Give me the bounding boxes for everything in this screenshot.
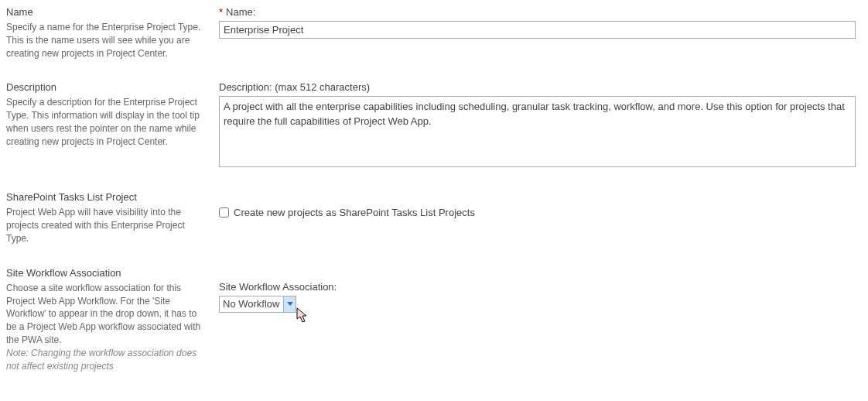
section-sptasks-help: Project Web App will have visibility int… [6,206,203,245]
section-name-left: Name Specify a name for the Enterprise P… [6,6,219,60]
section-description-title: Description [6,81,203,93]
section-name: Name Specify a name for the Enterprise P… [6,6,862,60]
section-sptasks-left: SharePoint Tasks List Project Project We… [6,191,219,245]
workflow-select-wrap: No Workflow [219,296,296,313]
section-description-help: Specify a description for the Enterprise… [6,96,203,148]
section-workflow-left: Site Workflow Association Choose a site … [6,267,219,373]
section-sptasks-right: Create new projects as SharePoint Tasks … [219,191,862,245]
section-sptasks: SharePoint Tasks List Project Project We… [6,191,862,245]
name-label-text: Name: [226,6,255,18]
cursor-icon [296,307,310,327]
section-description-left: Description Specify a description for th… [6,81,219,170]
section-sptasks-title: SharePoint Tasks List Project [6,191,203,203]
description-field-label: Description: (max 512 characters) [219,81,856,93]
section-workflow-right: Site Workflow Association: No Workflow [219,267,862,373]
workflow-select[interactable]: No Workflow [219,296,296,313]
section-workflow-help: Choose a site workflow association for t… [6,282,203,347]
sptasks-checkbox[interactable] [219,207,229,218]
workflow-field-label: Site Workflow Association: [219,281,856,293]
section-name-right: *Name: [219,6,862,60]
section-description-right: Description: (max 512 characters) [219,81,862,170]
required-star: * [219,6,223,18]
section-workflow-title: Site Workflow Association [6,267,203,279]
sptasks-checkbox-label: Create new projects as SharePoint Tasks … [234,207,475,218]
section-workflow: Site Workflow Association Choose a site … [6,267,862,373]
description-textarea[interactable] [219,96,856,167]
name-input[interactable] [219,21,856,39]
section-workflow-note: Note: Changing the workflow association … [6,347,203,373]
sptasks-checkbox-row: Create new projects as SharePoint Tasks … [219,207,856,218]
section-name-title: Name [6,6,203,18]
section-name-help: Specify a name for the Enterprise Projec… [6,21,203,60]
name-field-label: *Name: [219,6,856,18]
section-description: Description Specify a description for th… [6,81,862,170]
